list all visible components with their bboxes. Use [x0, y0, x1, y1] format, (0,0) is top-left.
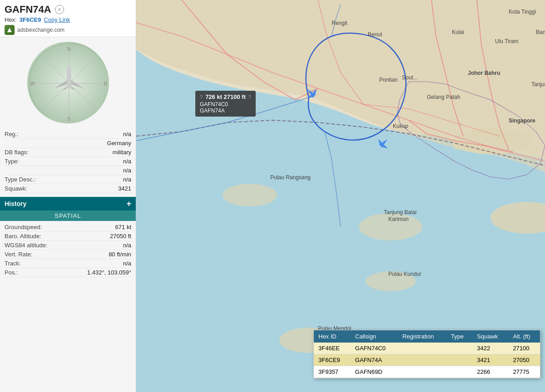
baro-alt-label: Baro. Altitude: [5, 233, 41, 240]
svg-point-20 [223, 184, 277, 206]
history-header: History + [0, 197, 136, 211]
aircraft-title-row: GAFN74A × [5, 4, 131, 15]
track-value: n/a [123, 260, 131, 267]
svg-text:E: E [104, 81, 107, 86]
info-section: Reg.: n/a Germany DB flags: military Typ… [0, 128, 136, 195]
db-flags-row: DB flags: military [5, 148, 131, 157]
svg-text:Singapore: Singapore [509, 118, 535, 124]
aircraft-header: GAFN74A × Hex: 3F6CE9 Copy Link adsbexch… [0, 0, 136, 37]
col-alt: Alt. (ft) [508, 330, 540, 343]
col-callsign: Callsign [351, 330, 398, 343]
svg-text:Benut: Benut [368, 31, 382, 38]
svg-text:Bandar Penawar: Bandar Penawar [536, 29, 545, 35]
type-value2: n/a [123, 167, 131, 174]
col-squawk: Squawk [472, 330, 508, 343]
table-cell-hex: 3F46EE [314, 343, 351, 354]
left-panel: GAFN74A × Hex: 3F6CE9 Copy Link adsbexch… [0, 0, 136, 392]
svg-text:Karimun: Karimun [388, 216, 409, 222]
pos-label: Pos.: [5, 269, 18, 276]
reg-row: Reg.: n/a [5, 130, 131, 139]
table-cell-hex: 3F9357 [314, 366, 351, 378]
spatial-bar[interactable]: SPATIAL [0, 211, 136, 221]
svg-text:Johor Bahru: Johor Bahru [468, 70, 500, 76]
vert-rate-value: 80 ft/min [109, 251, 131, 258]
aircraft-table-container: Hex ID Callsign Registration Type Squawk… [313, 330, 540, 378]
svg-text:Pontian: Pontian [379, 77, 398, 83]
groundspeed-row: Groundspeed: 671 kt [5, 223, 131, 232]
country-row: Germany [5, 139, 131, 148]
copy-link-button[interactable]: Copy Link [44, 16, 70, 23]
track-row: Track: n/a [5, 259, 131, 268]
table-cell-type [446, 354, 473, 366]
svg-text:Pulau Kundur: Pulau Kundur [388, 271, 421, 277]
wgs84-value: n/a [123, 242, 131, 249]
squawk-label: Squawk: [5, 185, 27, 192]
svg-text:Kulai: Kulai [452, 29, 464, 35]
vert-rate-row: Vert. Rate: 80 ft/min [5, 250, 131, 259]
pos-value: 1.432°, 103.059° [87, 269, 131, 276]
db-flags-value: military [113, 149, 131, 156]
history-section: History + SPATIAL [0, 197, 136, 221]
pos-row: Pos.: 1.432°, 103.059° [5, 268, 131, 277]
history-plus-button[interactable]: + [126, 200, 131, 208]
country-value: Germany [107, 140, 131, 147]
table-cell-type [446, 343, 473, 354]
squawk-value: 3421 [118, 185, 131, 192]
type-desc-value: n/a [123, 176, 131, 183]
type-row2: n/a [5, 166, 131, 175]
table-cell-registration [398, 366, 446, 378]
type-row: Type: n/a [5, 157, 131, 166]
svg-text:Sout...: Sout... [402, 74, 418, 81]
table-cell-callsign: GAFN69D [351, 366, 398, 378]
table-cell-type [446, 366, 473, 378]
close-button[interactable]: × [55, 5, 64, 14]
vert-rate-label: Vert. Rate: [5, 251, 32, 258]
telemetry-section: Groundspeed: 671 kt Baro. Altitude: 2705… [0, 221, 136, 392]
aircraft-table: Hex ID Callsign Registration Type Squawk… [314, 330, 540, 378]
reg-value: n/a [123, 131, 131, 137]
history-label: History [5, 200, 26, 207]
svg-text:Gelang Patah: Gelang Patah [427, 94, 460, 100]
table-cell-squawk: 2266 [472, 366, 508, 378]
type-desc-row: Type Desc.: n/a [5, 175, 131, 184]
svg-rect-7 [67, 69, 71, 88]
track-label: Track: [5, 260, 21, 267]
svg-marker-0 [7, 28, 12, 32]
source-icon [5, 25, 15, 35]
svg-text:W: W [30, 81, 35, 86]
table-row[interactable]: 3F9357GAFN69D226627775 [314, 366, 540, 378]
spatial-label: SPATIAL [54, 212, 81, 219]
compass-area: N S W E [27, 42, 109, 123]
hex-label: Hex: [5, 16, 17, 23]
table-header-row: Hex ID Callsign Registration Type Squawk… [314, 330, 540, 343]
wgs84-label: WGS84 altitude: [5, 242, 48, 249]
aircraft-callsign: GAFN74A [5, 4, 51, 15]
reg-label: Reg.: [5, 131, 19, 137]
type-desc-label: Type Desc.: [5, 176, 36, 183]
squawk-row: Squawk: 3421 [5, 184, 131, 193]
baro-alt-value: 27050 ft [110, 233, 131, 240]
source-row: adsbexchange.com [5, 25, 131, 35]
groundspeed-value: 671 kt [115, 224, 131, 230]
col-type: Type [446, 330, 473, 343]
table-cell-registration [398, 343, 446, 354]
table-cell-alt: 27100 [508, 343, 540, 354]
svg-text:Ulu Tiram: Ulu Tiram [495, 38, 518, 44]
table-row[interactable]: 3F46EEGAFN74C0342227100 [314, 343, 540, 354]
table-cell-alt: 27050 [508, 354, 540, 366]
table-cell-alt: 27775 [508, 366, 540, 378]
baro-alt-row: Baro. Altitude: 27050 ft [5, 232, 131, 241]
table-row[interactable]: 3F6CE9GAFN74A342127050 [314, 354, 540, 366]
col-hex-id: Hex ID [314, 330, 351, 343]
type-value: n/a [123, 158, 131, 165]
source-label: adsbexchange.com [17, 27, 64, 33]
table-cell-callsign: GAFN74A [351, 354, 398, 366]
table-cell-registration [398, 354, 446, 366]
svg-text:Rengit: Rengit [332, 20, 347, 26]
compass-circle: N S W E [27, 42, 109, 123]
svg-text:Kota Tinggi: Kota Tinggi [509, 9, 536, 15]
hex-value: 3F6CE9 [20, 16, 41, 23]
svg-text:Kukup: Kukup [393, 123, 408, 129]
wgs84-row: WGS84 altitude: n/a [5, 241, 131, 250]
map-area[interactable]: Kota Tinggi Kulai Ulu Tiram Bandar Penaw… [136, 0, 545, 392]
